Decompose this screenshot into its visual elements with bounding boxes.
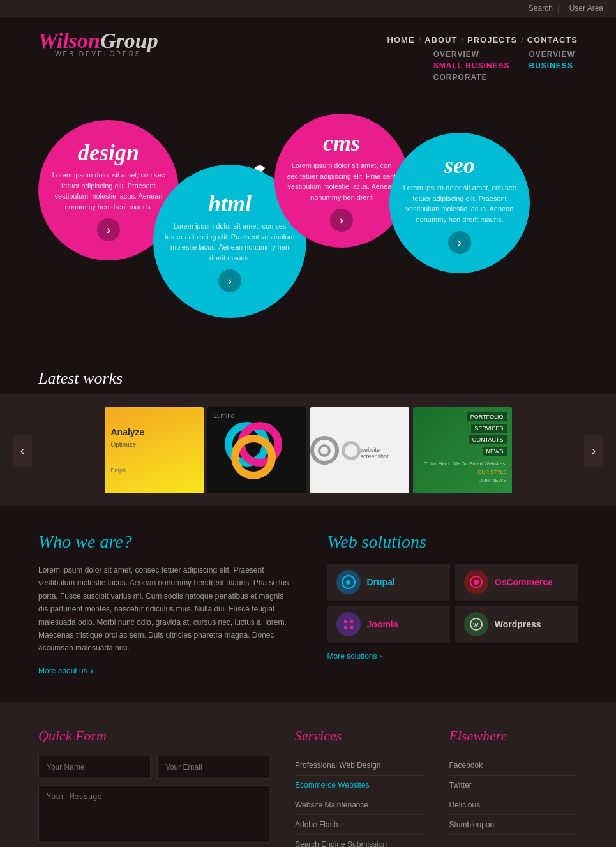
circle-cms-text: Lorem ipsum dolor sit amet, con sec tetu… [274,160,409,202]
elsewhere-item-4: Stumbleupon [449,815,578,835]
name-input[interactable] [38,756,151,779]
circle-seo-arrow[interactable]: › [448,231,471,254]
elsewhere-list: Facebook Twitter Delicious Stumbleupon [449,756,578,835]
circle-design-title: design [78,139,139,166]
gallery-image-2[interactable]: Lumine [207,407,306,493]
gallery-image-4[interactable]: PORTFOLIO SERVICES CONTACTS NEWS Think H… [413,407,512,493]
solution-oscommerce[interactable]: OsCommerce [455,564,578,601]
joomla-name: Joomla [367,619,398,629]
stumbleupon-link[interactable]: Stumbleupon [449,820,495,829]
email-input[interactable] [157,756,269,779]
circle-cms-arrow[interactable]: › [330,209,353,232]
elsewhere-item-1: Facebook [449,756,578,776]
top-bar: Search | User Area [0,0,616,17]
service-link-3[interactable]: Website Maintenance [295,800,368,809]
gallery-image-1[interactable]: Analyze Optimize Emph... [105,407,204,493]
oscommerce-icon [464,570,488,594]
nav-main: HOME / ABOUT / PROJECTS / CONTACTS [387,35,578,45]
svg-point-2 [474,580,479,585]
hero-section: FOLLOW US design Lorem ipsum dolor sit a… [26,82,590,356]
latest-works-title: Latest works [0,356,616,394]
service-link-2[interactable]: Ecommerce Websites [295,781,369,790]
nav-dropdown: OVERVIEW SMALL BUSINESS CORPORATE OVERVI… [431,50,578,82]
solution-drupal[interactable]: Drupal [327,564,450,601]
divider: | [557,4,559,13]
more-solutions-link[interactable]: More solutions [327,652,578,661]
logo-group: Group [100,29,158,52]
drupal-name: Drupal [367,577,395,587]
circle-cms: cms Lorem ipsum dolor sit amet, con sec … [274,114,409,248]
circle-seo-text: Lorem ipsum dolor sit amet, con sec tetu… [389,183,530,225]
gallery-wrapper: ‹ Analyze Optimize Emph... Lumine [0,394,616,506]
circle-seo: seo Lorem ipsum dolor sit amet, con sec … [389,133,530,273]
elsewhere-item-3: Delicious [449,795,578,815]
nav-about[interactable]: ABOUT [424,35,457,45]
header: WilsonGroup WEB DEVELOPERS HOME / ABOUT … [0,17,616,82]
footer-area: Quick Form Send Message Services Profess… [0,702,616,847]
nav-projects[interactable]: PROJECTS [467,35,517,45]
search-link[interactable]: Search [529,4,553,13]
footer-grid: Quick Form Send Message Services Profess… [38,728,578,847]
gallery-prev-button[interactable]: ‹ [13,435,32,467]
service-item-5: Search Engine Submission [295,835,424,847]
message-textarea[interactable] [38,785,269,843]
circle-html-text: Lorem ipsum dolor sit amet, con sec tetu… [153,221,306,263]
service-item-1: Professional Web Design [295,756,424,776]
svg-text:W: W [473,622,479,628]
nav-home[interactable]: HOME [387,35,415,45]
who-we-are-heading: Who we are? [38,532,289,552]
elsewhere-heading: Elsewhere [449,728,578,744]
delicious-link[interactable]: Delicious [449,800,481,809]
solution-wordpress[interactable]: W Wordpress [455,606,578,643]
circle-design-text: Lorem ipsum dolor sit amet, con sec tetu… [38,170,179,212]
logo-sub: WEB DEVELOPERS [38,50,158,57]
services-list: Professional Web Design Ecommerce Websit… [295,756,424,847]
web-solutions-col: Web solutions Drupal OsCommerce Joomla [327,532,578,677]
user-area-link[interactable]: User Area [569,4,603,13]
elsewhere-item-2: Twitter [449,776,578,795]
service-item-2: Ecommerce Websites [295,776,424,795]
wordpress-icon: W [464,612,488,636]
circle-cms-title: cms [323,130,360,156]
nav-contacts[interactable]: CONTACTS [527,35,578,45]
solutions-grid: Drupal OsCommerce Joomla W Wordpress [327,564,578,643]
quick-form-col: Quick Form Send Message [38,728,269,847]
nav-corporate[interactable]: CORPORATE [433,73,510,82]
circle-html-title: html [208,190,252,217]
form-row-1 [38,756,269,779]
quick-form-heading: Quick Form [38,728,269,744]
gallery-next-button[interactable]: › [584,435,603,467]
nav-overview2[interactable]: OVERVIEW [529,50,575,59]
more-about-us-link[interactable]: More about us [38,665,93,677]
gallery-image-3[interactable]: website screenshot [310,407,409,493]
service-link-4[interactable]: Adobe Flash [295,820,338,829]
nav-business[interactable]: BUSINESS [529,61,575,70]
service-link-1[interactable]: Professional Web Design [295,761,381,770]
wordpress-name: Wordpress [495,619,541,629]
circle-html-arrow[interactable]: › [218,269,241,292]
who-we-are-body: Lorem ipsum dolor sit amet, consec tetue… [38,564,289,655]
joomla-icon [336,612,361,636]
elsewhere-col: Elsewhere Facebook Twitter Delicious Stu… [449,728,578,847]
twitter-link[interactable]: Twitter [449,781,472,790]
logo-wilson: Wilson [38,29,100,52]
nav-dropdown-col2: OVERVIEW BUSINESS [529,50,575,82]
two-col-section: Who we are? Lorem ipsum dolor sit amet, … [0,506,616,702]
gallery-inner: Analyze Optimize Emph... Lumine [0,407,616,493]
nav-overview[interactable]: OVERVIEW [433,50,510,59]
facebook-link[interactable]: Facebook [449,761,483,770]
who-we-are-col: Who we are? Lorem ipsum dolor sit amet, … [38,532,289,677]
services-col: Services Professional Web Design Ecommer… [295,728,424,847]
solution-joomla[interactable]: Joomla [327,606,450,643]
service-item-3: Website Maintenance [295,795,424,815]
logo[interactable]: WilsonGroup WEB DEVELOPERS [38,29,158,57]
service-item-4: Adobe Flash [295,815,424,835]
nav-small-business[interactable]: SMALL BUSINESS [433,61,510,70]
service-link-5[interactable]: Search Engine Submission [295,840,387,847]
circle-seo-title: seo [444,152,475,179]
oscommerce-name: OsCommerce [495,577,553,587]
circle-design-arrow[interactable]: › [97,218,120,241]
drupal-icon [336,570,361,594]
nav-dropdown-col1: OVERVIEW SMALL BUSINESS CORPORATE [433,50,510,82]
web-solutions-heading: Web solutions [327,532,578,552]
